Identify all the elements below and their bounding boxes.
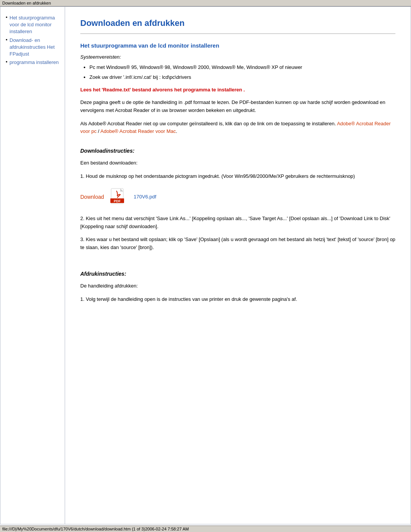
acrobat-mac-link[interactable]: Adobe® Acrobat Reader voor Mac <box>100 128 176 134</box>
title-divider <box>80 34 395 34</box>
spacer-3 <box>80 264 395 271</box>
page-title: Downloaden en afdrukken <box>80 18 395 28</box>
pdf-svg: PDF <box>110 188 128 206</box>
pdf-filename-link[interactable]: 170V6.pdf <box>134 194 156 200</box>
sidebar-item-3: programma installeren <box>6 59 61 66</box>
body2-end: . <box>176 128 177 134</box>
print-intro: De handleiding afdrukken: <box>80 282 395 290</box>
sidebar-link-1[interactable]: Het stuurprogramma voor de lcd monitor i… <box>10 15 55 34</box>
section3-title: Afdrukinstructies: <box>80 271 395 277</box>
system-requirements-label: Systeemvereisten: <box>80 54 395 60</box>
requirement-2: Zoek uw driver '.inf/.icm/.cat' bij : lc… <box>89 73 395 81</box>
spacer-2 <box>80 257 395 264</box>
sidebar-link-3[interactable]: programma installeren <box>10 59 59 65</box>
body-text-1: Deze pagina geeft u de optie de handleid… <box>80 99 395 115</box>
warning-text: Lees het 'Readme.txt' bestand alvorens h… <box>80 87 395 93</box>
download-intro: Een bestand downloaden: <box>80 159 395 167</box>
body2-start: Als Adobe® Acrobat Reader niet op uw com… <box>80 121 337 126</box>
requirement-1: Pc met Windows® 95, Windows® 98, Windows… <box>89 64 395 71</box>
spacer-1 <box>80 141 395 148</box>
step1-text: 1. Houd de muisknop op het onderstaande … <box>80 173 395 181</box>
title-bar-text: Downloaden en afdrukken <box>2 1 51 5</box>
print-step1: 1. Volg terwijl de handleiding open is d… <box>80 296 395 304</box>
title-bar: Downloaden en afdrukken <box>0 0 411 6</box>
sidebar-link-2[interactable]: Download- en afdrukinstructies Het FPadj… <box>10 37 55 57</box>
download-row: Download PDF 170V6.pdf <box>80 187 395 206</box>
sidebar: Het stuurprogramma voor de lcd monitor i… <box>0 7 65 524</box>
status-bar: file:///D|/My%20Documents/dfu/170V6/dutc… <box>0 526 411 532</box>
slash: / <box>97 128 100 134</box>
pdf-icon: PDF <box>109 187 128 206</box>
svg-text:PDF: PDF <box>114 199 121 203</box>
section2-title: Downloadinstructies: <box>80 148 395 154</box>
download-link[interactable]: Download <box>80 194 104 200</box>
sidebar-item-1: Het stuurprogramma voor de lcd monitor i… <box>6 14 61 35</box>
section1-title: Het stuurprogramma van de lcd monitor in… <box>80 42 395 49</box>
status-text: file:///D|/My%20Documents/dfu/170V6/dutc… <box>2 527 189 531</box>
step2-text: 2. Kies uit het menu dat verschijnt 'Sav… <box>80 215 395 231</box>
requirements-list: Pc met Windows® 95, Windows® 98, Windows… <box>80 64 395 81</box>
sidebar-item-2: Download- en afdrukinstructies Het FPadj… <box>6 37 61 58</box>
body-text-2: Als Adobe® Acrobat Reader niet op uw com… <box>80 120 395 136</box>
sidebar-nav: Het stuurprogramma voor de lcd monitor i… <box>6 14 61 66</box>
main-content: Downloaden en afdrukken Het stuurprogram… <box>65 7 411 524</box>
step3-text: 3. Kies waar u het bestand wilt opslaan;… <box>80 236 395 252</box>
